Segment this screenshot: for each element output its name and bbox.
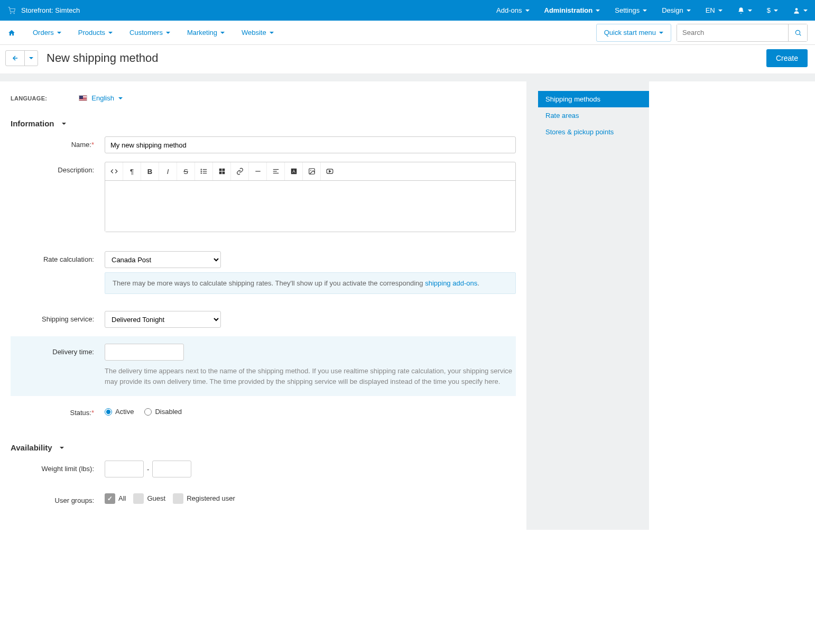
delivery-time-label: Delivery time: [11, 344, 105, 387]
nav-language[interactable]: EN [706, 6, 723, 14]
nav-marketing[interactable]: Marketing [187, 29, 225, 36]
back-button[interactable] [6, 51, 25, 66]
editor-textarea[interactable] [105, 181, 515, 232]
us-flag-icon [79, 95, 87, 101]
caret-icon [57, 32, 61, 34]
row-description: Description: ¶ B I S A [0, 158, 516, 236]
strike-icon[interactable]: S [177, 162, 195, 180]
font-bg-icon[interactable]: A [285, 162, 303, 180]
rnav-rate-areas[interactable]: Rate areas [538, 107, 649, 124]
create-button[interactable]: Create [766, 49, 808, 67]
user-icon [793, 7, 800, 14]
svg-point-2 [795, 8, 798, 11]
check-guest[interactable] [133, 493, 144, 504]
italic-icon[interactable]: I [159, 162, 177, 180]
page-header: New shipping method Create [0, 45, 815, 74]
nav-products[interactable]: Products [78, 29, 113, 36]
separator [0, 74, 815, 81]
caret-icon [803, 10, 808, 12]
svg-rect-12 [219, 169, 221, 171]
name-input[interactable] [105, 136, 516, 153]
status-active[interactable]: Active [105, 408, 134, 416]
svg-point-3 [795, 30, 800, 34]
nav-orders[interactable]: Orders [33, 29, 61, 36]
svg-point-23 [310, 170, 311, 171]
nav-design[interactable]: Design [662, 6, 690, 14]
caret-icon [718, 10, 723, 12]
row-shipping-service: Shipping service: Delivered Tonight [0, 307, 516, 332]
nav-settings[interactable]: Settings [615, 6, 647, 14]
caret-icon [748, 10, 752, 12]
home-icon[interactable] [7, 29, 16, 37]
check-registered[interactable] [173, 493, 183, 504]
nav-customers[interactable]: Customers [129, 29, 170, 36]
gap [526, 81, 538, 530]
arrow-left-icon [12, 54, 19, 62]
row-status: Status:* Active Disabled [0, 400, 516, 421]
shipping-addons-link[interactable]: shipping add-ons [425, 279, 477, 287]
nav-currency[interactable]: $ [767, 6, 778, 14]
section-availability[interactable]: Availability [0, 439, 516, 456]
caret-icon [118, 97, 123, 99]
caret-icon [220, 32, 225, 34]
caret-icon [166, 32, 170, 34]
row-name: Name:* [0, 132, 516, 158]
svg-marker-25 [329, 170, 331, 172]
section-information[interactable]: Information [0, 115, 516, 132]
quick-start-button[interactable]: Quick start menu [596, 24, 671, 42]
check-all[interactable] [105, 493, 115, 504]
language-label: LANGUAGE: [11, 95, 47, 102]
rate-calc-select[interactable]: Canada Post [105, 251, 221, 268]
main-panel: LANGUAGE: English Information Name:* Des… [0, 81, 526, 530]
list-icon[interactable] [195, 162, 213, 180]
weight-separator: - [147, 465, 149, 473]
table-icon[interactable] [213, 162, 231, 180]
video-icon[interactable] [321, 162, 339, 180]
caret-icon [596, 10, 600, 12]
caret-icon [643, 10, 647, 12]
pilcrow-icon[interactable]: ¶ [123, 162, 141, 180]
search-button[interactable] [788, 24, 807, 41]
weight-min-input[interactable] [105, 461, 144, 477]
delivery-time-input[interactable] [105, 344, 184, 361]
caret-icon [60, 447, 64, 449]
nav-administration[interactable]: Administration [544, 6, 600, 14]
right-panel: Shipping methods Rate areas Stores & pic… [538, 81, 649, 530]
name-label: Name:* [0, 136, 105, 153]
cart-icon [7, 6, 16, 15]
shipping-service-select[interactable]: Delivered Tonight [105, 311, 221, 328]
weight-label: Weight limit (lbs): [0, 461, 105, 477]
nav-addons[interactable]: Add-ons [496, 6, 529, 14]
back-dropdown[interactable] [25, 51, 38, 66]
link-icon[interactable] [231, 162, 249, 180]
language-selector[interactable]: English [79, 94, 123, 102]
delivery-time-help: The delivery time appears next to the na… [105, 366, 516, 387]
search-icon [794, 29, 802, 36]
status-disabled[interactable]: Disabled [144, 408, 182, 416]
svg-rect-15 [222, 172, 225, 174]
hr-icon[interactable] [249, 162, 267, 180]
image-icon[interactable] [303, 162, 321, 180]
weight-max-input[interactable] [152, 461, 191, 477]
bell-icon [737, 7, 745, 14]
rnav-shipping-methods[interactable]: Shipping methods [538, 91, 649, 107]
svg-point-10 [201, 171, 201, 171]
ug-all-label: All [118, 494, 126, 502]
caret-icon [29, 57, 33, 59]
shipping-service-label: Shipping service: [0, 311, 105, 328]
code-icon[interactable] [105, 162, 123, 180]
caret-icon [62, 123, 66, 125]
caret-icon [270, 32, 274, 34]
nav-notifications[interactable] [737, 7, 752, 14]
topbar: Storefront: Simtech Add-ons Administrati… [0, 0, 815, 21]
ug-registered-label: Registered user [187, 494, 235, 502]
rnav-stores-pickup[interactable]: Stores & pickup points [538, 124, 649, 140]
bold-icon[interactable]: B [141, 162, 159, 180]
caret-icon [687, 10, 691, 12]
nav-user[interactable] [793, 7, 808, 14]
editor-toolbar: ¶ B I S A [105, 162, 515, 181]
nav-website[interactable]: Website [242, 29, 274, 36]
align-icon[interactable] [267, 162, 285, 180]
search-input[interactable] [677, 24, 788, 41]
storefront-label[interactable]: Storefront: Simtech [21, 6, 80, 14]
